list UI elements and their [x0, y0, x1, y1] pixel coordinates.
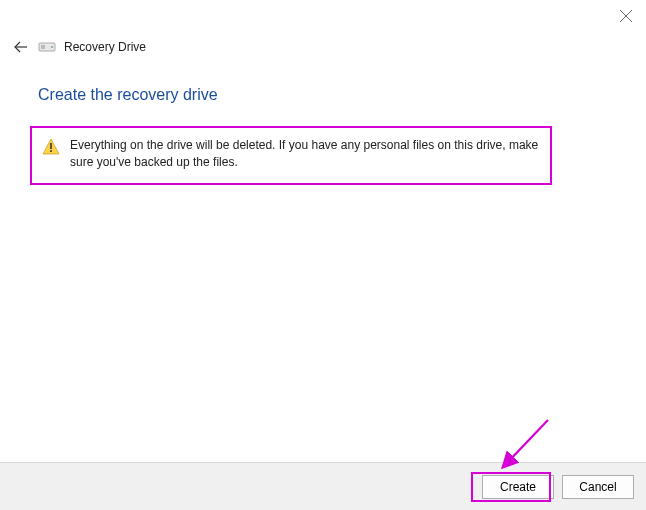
create-button[interactable]: Create	[482, 475, 554, 499]
window-title: Recovery Drive	[64, 40, 146, 54]
svg-rect-8	[50, 150, 52, 152]
warning-text: Everything on the drive will be deleted.…	[70, 137, 540, 172]
svg-rect-7	[50, 143, 52, 149]
svg-line-10	[504, 420, 548, 466]
svg-point-5	[51, 46, 53, 48]
cancel-button[interactable]: Cancel	[562, 475, 634, 499]
button-bar: Create Cancel	[0, 462, 646, 510]
svg-rect-4	[41, 45, 45, 49]
header: Recovery Drive	[12, 38, 634, 56]
page-heading: Create the recovery drive	[38, 86, 218, 104]
close-icon[interactable]	[620, 10, 632, 22]
titlebar	[0, 0, 646, 32]
warning-box: Everything on the drive will be deleted.…	[30, 126, 552, 185]
drive-icon	[38, 40, 56, 54]
warning-icon	[42, 138, 60, 156]
back-arrow-icon[interactable]	[12, 38, 30, 56]
